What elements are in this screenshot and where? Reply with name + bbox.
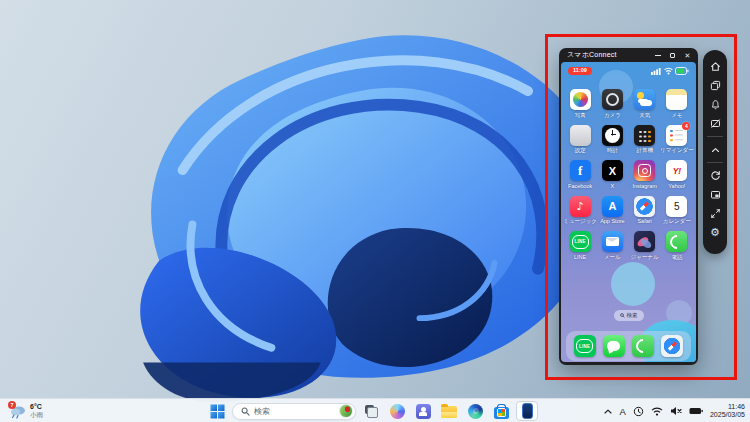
tray-wifi-button[interactable] bbox=[651, 407, 663, 416]
tray-clock[interactable]: 11:46 2025/03/05 bbox=[710, 403, 745, 420]
file-explorer-icon bbox=[441, 406, 457, 418]
app-label: メール bbox=[604, 254, 621, 261]
taskbar-edge-button[interactable] bbox=[464, 401, 486, 421]
app-x[interactable]: XX bbox=[596, 160, 628, 196]
spotlight-search-pill[interactable]: 検索 bbox=[614, 310, 644, 321]
phone-screen[interactable]: 11:09 bbox=[561, 62, 696, 362]
app-music[interactable]: ♪ミュージック bbox=[564, 196, 596, 232]
collapse-button[interactable] bbox=[706, 140, 724, 159]
toolbar-separator bbox=[707, 162, 723, 163]
taskbar-teams-button[interactable] bbox=[412, 401, 434, 421]
taskbar-center: 検索 bbox=[206, 401, 538, 421]
app-photos[interactable]: 写真 bbox=[564, 89, 596, 125]
resize-diagonal-icon bbox=[710, 208, 721, 219]
bing-daily-image-icon[interactable] bbox=[339, 404, 353, 418]
app-mail[interactable]: メール bbox=[596, 231, 628, 267]
taskbar-task-view-button[interactable] bbox=[360, 401, 382, 421]
tray-volume-button[interactable] bbox=[670, 406, 682, 416]
app-camera[interactable]: カメラ bbox=[596, 89, 628, 125]
app-label: カレンダー bbox=[663, 218, 691, 225]
weather-condition: 小雨 bbox=[30, 411, 43, 418]
app-journal[interactable]: ジャーナル bbox=[629, 231, 661, 267]
app-yahoo[interactable]: Y!Yahoo! bbox=[661, 160, 693, 196]
close-icon: ✕ bbox=[685, 52, 691, 59]
app-label: 計算機 bbox=[636, 147, 653, 154]
taskbar-store-button[interactable] bbox=[490, 401, 512, 421]
taskbar-search-box[interactable]: 検索 bbox=[232, 403, 356, 420]
taskbar-phone-link-button[interactable] bbox=[516, 401, 538, 421]
system-tray: A bbox=[603, 399, 745, 422]
bell-icon bbox=[710, 99, 721, 110]
app-label: 写真 bbox=[575, 112, 586, 119]
line-icon-glyph: LINE bbox=[579, 344, 590, 349]
app-weather[interactable]: 天気 bbox=[629, 89, 661, 125]
search-placeholder: 検索 bbox=[254, 406, 335, 417]
app-instagram[interactable]: Instagram bbox=[629, 160, 661, 196]
tray-ime-indicator[interactable]: A bbox=[620, 406, 626, 417]
app-notes[interactable]: メモ bbox=[661, 89, 693, 125]
dock-line-app-icon[interactable]: LINE bbox=[574, 335, 596, 357]
weather-app-icon bbox=[634, 89, 655, 110]
chevron-up-icon bbox=[603, 408, 613, 415]
apps-button[interactable] bbox=[706, 76, 724, 95]
pop-out-button[interactable] bbox=[706, 185, 724, 204]
app-facebook[interactable]: fFacebook bbox=[564, 160, 596, 196]
notes-app-icon bbox=[666, 89, 687, 110]
battery-icon bbox=[689, 407, 703, 415]
app-safari[interactable]: Safari bbox=[629, 196, 661, 232]
phone-dock: LINE bbox=[566, 331, 691, 361]
dock-safari-app-icon[interactable] bbox=[661, 335, 683, 357]
close-button[interactable]: ✕ bbox=[681, 50, 694, 61]
tray-date: 2025/03/05 bbox=[710, 411, 745, 418]
taskbar-file-explorer-button[interactable] bbox=[438, 401, 460, 421]
app-appstore[interactable]: AApp Store bbox=[596, 196, 628, 232]
minimize-button[interactable] bbox=[651, 50, 664, 61]
resize-button[interactable] bbox=[706, 204, 724, 223]
calendar-app-icon: 5 bbox=[666, 196, 687, 217]
weather-widget[interactable]: 7 6°C 小雨 bbox=[7, 401, 46, 421]
cellular-signal-icon bbox=[651, 67, 661, 75]
app-label: LINE bbox=[574, 254, 586, 260]
app-line[interactable]: LINELINE bbox=[564, 231, 596, 267]
app-phone[interactable]: 電話 bbox=[661, 231, 693, 267]
home-button[interactable] bbox=[706, 57, 724, 76]
tray-show-hidden-icons-button[interactable] bbox=[603, 408, 613, 415]
maximize-button[interactable] bbox=[666, 50, 679, 61]
yahoo-app-icon: Y! bbox=[666, 160, 687, 181]
notifications-button[interactable] bbox=[706, 95, 724, 114]
phone-connect-side-toolbar: ⚙ bbox=[703, 50, 727, 254]
phone-app-icon bbox=[666, 231, 687, 252]
window-title: スマホConnect bbox=[567, 50, 651, 60]
dock-phone-app-icon[interactable] bbox=[632, 335, 654, 357]
app-clock[interactable]: 時計 bbox=[596, 125, 628, 161]
app-calculator[interactable]: 計算機 bbox=[629, 125, 661, 161]
start-button[interactable] bbox=[206, 401, 228, 421]
taskbar: 7 6°C 小雨 bbox=[0, 398, 750, 422]
phone-connect-window: スマホConnect ✕ 11:09 bbox=[559, 48, 698, 365]
battery-icon bbox=[675, 67, 689, 75]
screen-mirror-button[interactable] bbox=[706, 114, 724, 133]
phone-link-icon bbox=[522, 403, 533, 419]
toolbar-separator bbox=[707, 136, 723, 137]
refresh-button[interactable] bbox=[706, 166, 724, 185]
yahoo-icon-glyph: Y! bbox=[673, 166, 682, 176]
taskbar-copilot-button[interactable] bbox=[386, 401, 408, 421]
safari-app-icon bbox=[634, 196, 655, 217]
settings-button[interactable]: ⚙ bbox=[706, 223, 724, 242]
microsoft-store-icon bbox=[494, 407, 509, 419]
app-label: メモ bbox=[671, 112, 682, 119]
search-icon bbox=[241, 407, 250, 416]
reminders-app-icon: 4 bbox=[666, 125, 687, 146]
copilot-icon bbox=[390, 404, 405, 419]
app-label: 時計 bbox=[607, 147, 618, 154]
task-view-icon bbox=[365, 405, 378, 418]
home-icon bbox=[710, 61, 721, 72]
dock-messages-app-icon[interactable] bbox=[603, 335, 625, 357]
tray-clock-status-button[interactable] bbox=[633, 406, 644, 417]
mail-app-icon bbox=[602, 231, 623, 252]
app-calendar[interactable]: 5カレンダー bbox=[661, 196, 693, 232]
app-settings[interactable]: 設定 bbox=[564, 125, 596, 161]
tray-battery-button[interactable] bbox=[689, 407, 703, 415]
app-label: 電話 bbox=[671, 254, 682, 261]
app-reminders[interactable]: 4リマインダー bbox=[661, 125, 693, 161]
